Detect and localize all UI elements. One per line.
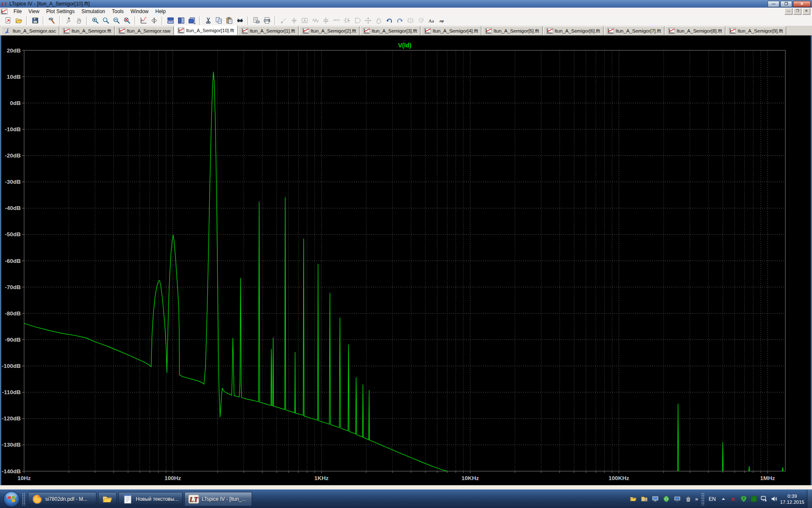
user-folder-icon[interactable] [639,494,650,504]
hidden-icons-icon[interactable] [718,494,728,504]
menu-simulation[interactable]: Simulation [78,8,109,15]
menu-tools[interactable]: Tools [109,8,127,15]
ltspice-icon: LT [188,494,199,505]
capacitor-icon[interactable] [321,16,331,26]
tab-ltun-a-semigor-5-fft[interactable]: ltun_A_Semigor[5].fft [482,26,542,35]
menu-help[interactable]: Help [152,8,169,15]
svg-text:-70dB: -70dB [5,284,21,290]
diode-icon[interactable] [342,16,352,26]
child-restore-button[interactable]: ❐ [793,8,801,15]
tab-ltun-a-semigor-4-fft[interactable]: ltun_A_Semigor[4].fft [421,26,481,35]
autorange-y-icon[interactable] [138,16,149,26]
taskbar-button-ltspice[interactable]: LTLTspice IV - [ltun_... [184,492,252,506]
tab-ltun-a-semigor-2-fft[interactable]: ltun_A_Semigor[2].fft [299,26,359,35]
taskbar-button-firefox[interactable]: si7802dn.pdf - M... [28,492,96,506]
mirror-icon[interactable] [405,16,416,26]
tray-overflow-chevron[interactable]: » [694,496,700,502]
new-schematic-icon[interactable] [3,16,14,26]
tab-ltun-a-semigor-10-fft[interactable]: ltun_A_Semigor[10].fft [174,25,238,35]
tab-ltun-a-semigor-7-fft[interactable]: ltun_A_Semigor[7].fft [604,26,664,35]
volume-icon[interactable] [769,494,779,504]
tab-ltun-a-semigor-9-fft[interactable]: ltun_A_Semigor[9].fft [726,26,786,35]
folder-icon[interactable] [628,494,639,504]
start-button[interactable] [3,490,20,508]
tray-grip[interactable] [701,493,705,505]
status-bar [0,485,812,489]
wire-icon[interactable] [278,16,289,26]
print-preview-icon[interactable] [251,16,262,26]
alpha-icon[interactable]: α [728,494,738,504]
cut-icon[interactable] [203,16,214,26]
child-window-controls: —❐✕ [785,8,810,15]
menu-window[interactable]: Window [127,8,152,15]
show-desktop-button[interactable] [807,490,812,508]
tab-ltun-a-semigor-6-fft[interactable]: ltun_A_Semigor[6].fft [543,26,604,35]
undo-icon[interactable] [384,16,395,26]
paste-icon[interactable] [224,16,235,26]
network-icon[interactable] [661,494,672,504]
rotate-icon[interactable] [416,16,426,26]
taskbar: si7802dn.pdf - M...Новый текстовы...LTLT… [0,489,812,508]
menu-file[interactable]: File [10,8,25,15]
child-minimize-button[interactable]: — [785,8,793,15]
tab-ltun-a-semigor-fft[interactable]: ltun_A_Semigor.fft [60,26,115,35]
network-status-icon[interactable] [759,494,769,504]
waveform-icon [668,28,675,34]
spice-directive-icon[interactable]: .op [437,16,447,26]
pan-icon[interactable] [149,16,159,26]
language-indicator[interactable]: EN [706,496,719,502]
taskbar-button-notepad[interactable]: Новый текстовы... [118,492,183,506]
find-icon[interactable] [235,16,245,26]
restore-button[interactable]: ❐ [780,1,792,7]
toolbar-separator [43,17,44,25]
fft-plot[interactable]: 20dB10dB0dB-10dB-20dB-30dB-40dB-50dB-60d… [0,36,812,485]
tab-ltun-a-semigor-3-fft[interactable]: ltun_A_Semigor[3].fft [360,26,420,35]
taskbar-button-explorer[interactable] [98,492,117,506]
child-close-button[interactable]: ✕ [802,8,810,15]
component-icon[interactable] [352,16,363,26]
title-bar[interactable]: LT LTspice IV - [ltun_A_Semigor[10].fft]… [0,0,812,8]
control-panel-icon[interactable] [47,16,57,26]
waveform-icon [118,28,125,34]
cascade-icon[interactable] [187,16,197,26]
ground-icon[interactable] [289,16,299,26]
run-icon[interactable] [63,16,74,26]
shield-icon[interactable] [738,494,749,504]
taskbar-grip[interactable] [22,493,25,505]
display-icon[interactable] [672,494,683,504]
zoom-in-icon[interactable] [90,16,101,26]
tab-ltun-a-semigor-8-fft[interactable]: ltun_A_Semigor[8].fft [665,26,725,35]
schematic-icon [4,28,11,34]
zoom-fit-icon[interactable] [122,16,132,26]
minimize-button[interactable]: — [768,1,779,7]
zoom-back-icon[interactable] [101,16,111,26]
net-label-icon[interactable] [299,16,310,26]
open-icon[interactable] [14,16,24,26]
recycle-bin-icon[interactable] [683,494,694,504]
ltspice-logo-icon: LT [1,1,8,7]
save-icon[interactable] [30,16,41,26]
matrix-icon[interactable] [749,494,759,504]
drag-icon[interactable] [373,16,384,26]
redo-icon[interactable] [395,16,405,26]
tab-ltun-a-semigor-1-fft[interactable]: ltun_A_Semigor[1].fft [238,26,299,35]
close-button[interactable]: ✕ [793,1,811,7]
tab-ltun-a-semigor-asc[interactable]: ltun_A_Semigor.asc [1,26,59,35]
zoom-out-icon[interactable] [111,16,122,26]
waveform-child-icon [1,8,8,14]
halt-icon[interactable] [74,16,84,26]
move-icon[interactable] [363,16,373,26]
menu-plot-settings[interactable]: Plot Settings [43,8,78,15]
copy-icon[interactable] [214,16,224,26]
tab-label: ltun_A_Semigor[8].fft [677,28,722,33]
text-icon[interactable]: Aa [426,16,437,26]
resistor-icon[interactable] [310,16,321,26]
tile-vertical-icon[interactable] [165,16,176,26]
print-icon[interactable] [262,16,272,26]
computer-icon[interactable] [650,494,661,504]
clock[interactable]: 0:3917.12.2015 [779,493,807,505]
menu-view[interactable]: View [25,8,43,15]
tab-ltun-a-semigor-raw[interactable]: ltun_A_Semigor.raw [115,26,174,35]
inductor-icon[interactable] [331,16,342,26]
tile-horizontal-icon[interactable] [176,16,187,26]
